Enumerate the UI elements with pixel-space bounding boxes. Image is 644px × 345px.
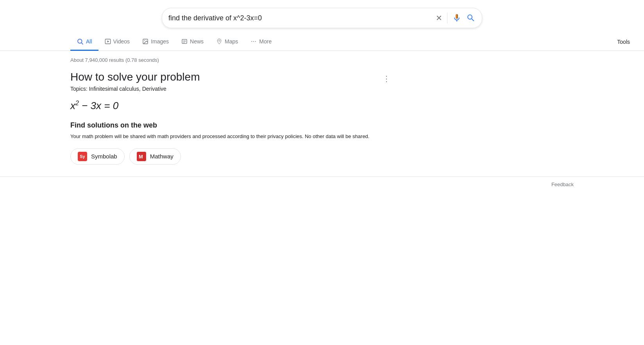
tools-label: Tools [617,39,630,45]
feedback-link[interactable]: Feedback [551,181,574,187]
tab-more[interactable]: More [244,34,278,50]
solve-topics: Topics: Infinitesimal calculus, Derivati… [70,86,391,92]
find-solutions-title: Find solutions on the web [70,121,391,129]
news-tab-icon [181,38,188,45]
clear-icon[interactable]: ✕ [436,14,442,22]
divider [447,13,447,23]
svg-point-11 [253,41,254,42]
tab-videos-label: Videos [113,38,130,45]
tab-images[interactable]: Images [136,34,175,50]
svg-point-5 [144,40,145,41]
dots-tab-icon [250,38,257,45]
svg-point-10 [252,41,252,42]
nav-area: All Videos [0,33,644,51]
search-input[interactable]: find the derivative of x^2-3x=0 [168,14,436,22]
privacy-notice: Your math problem will be shared with ma… [70,133,375,140]
search-icon[interactable] [466,13,476,23]
mic-icon[interactable] [452,13,462,23]
tab-videos[interactable]: Videos [98,34,136,50]
mathway-logo: M [137,152,146,161]
tab-maps-label: Maps [225,38,238,45]
tab-news-label: News [190,38,204,45]
mathway-button[interactable]: M Mathway [129,148,181,165]
svg-text:M: M [139,154,143,160]
tab-news[interactable]: News [175,34,210,50]
tab-tools[interactable]: Tools [611,34,636,50]
tab-all[interactable]: All [70,33,98,51]
tab-all-label: All [86,38,92,45]
mathway-label: Mathway [150,153,174,160]
pin-tab-icon [216,38,222,45]
bottom-bar: Feedback [0,176,644,192]
play-tab-icon [105,38,111,45]
results-area: About 7,940,000 results (0.78 seconds) ⋮… [0,51,644,165]
svg-point-12 [255,41,256,42]
solve-title: How to solve your problem [70,71,391,83]
svg-line-1 [81,43,83,44]
tab-maps[interactable]: Maps [210,34,244,50]
equation-display: x2 − 3x = 0 [70,100,391,112]
symbolab-label: Symbolab [91,153,117,160]
image-tab-icon [142,38,148,45]
more-options-menu[interactable]: ⋮ [383,74,391,83]
providers-list: Sy Symbolab M Mathway [70,148,391,165]
nav-tabs: All Videos [70,33,644,50]
svg-point-0 [78,39,82,43]
search-tab-icon [77,38,84,45]
svg-marker-3 [107,40,109,42]
search-bar: find the derivative of x^2-3x=0 ✕ [162,8,482,28]
results-count: About 7,940,000 results (0.78 seconds) [70,57,574,63]
symbolab-logo: Sy [78,152,87,161]
tab-more-label: More [259,38,272,45]
solve-box: ⋮ How to solve your problem Topics: Infi… [70,71,391,165]
tab-images-label: Images [151,38,169,45]
symbolab-button[interactable]: Sy Symbolab [70,148,125,165]
